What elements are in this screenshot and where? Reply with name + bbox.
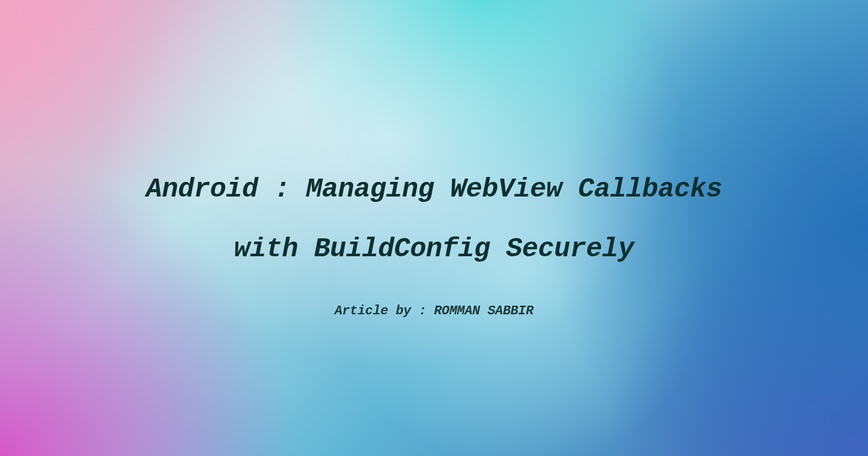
title-line-1: Android : Managing WebView Callbacks: [146, 160, 722, 219]
byline: Article by : ROMMAN SABBIR: [146, 303, 722, 318]
title-line-2: with BuildConfig Securely: [146, 219, 722, 279]
title-container: Android : Managing WebView Callbacks wit…: [146, 160, 722, 318]
